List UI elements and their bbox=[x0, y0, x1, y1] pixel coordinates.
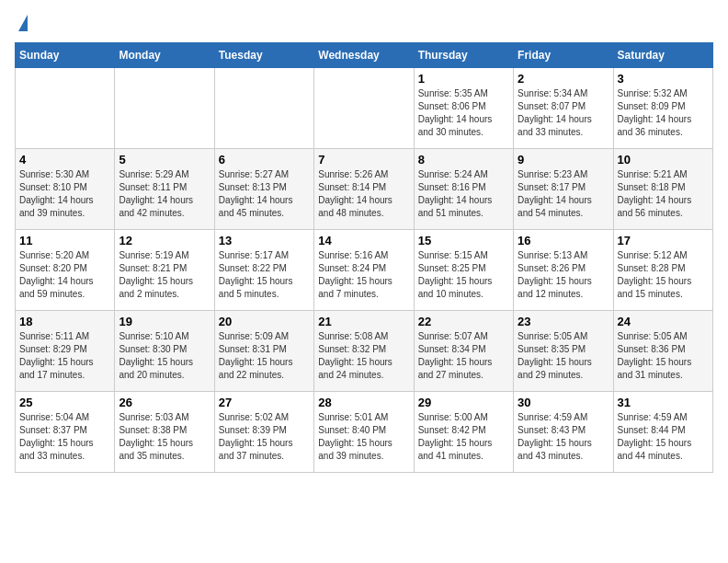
day-info: Sunrise: 5:02 AM Sunset: 8:39 PM Dayligh… bbox=[219, 411, 310, 463]
calendar-cell: 15Sunrise: 5:15 AM Sunset: 8:25 PM Dayli… bbox=[414, 230, 513, 311]
day-info: Sunrise: 4:59 AM Sunset: 8:43 PM Dayligh… bbox=[518, 411, 609, 463]
day-info: Sunrise: 5:05 AM Sunset: 8:35 PM Dayligh… bbox=[518, 330, 609, 382]
calendar-cell bbox=[214, 68, 313, 149]
day-info: Sunrise: 5:05 AM Sunset: 8:36 PM Dayligh… bbox=[618, 330, 709, 382]
calendar-week-row: 18Sunrise: 5:11 AM Sunset: 8:29 PM Dayli… bbox=[16, 311, 713, 392]
day-number: 15 bbox=[418, 234, 509, 247]
day-number: 14 bbox=[318, 234, 409, 247]
calendar-cell: 1Sunrise: 5:35 AM Sunset: 8:06 PM Daylig… bbox=[414, 68, 513, 149]
day-number: 25 bbox=[19, 396, 110, 409]
day-number: 17 bbox=[618, 234, 709, 247]
calendar-cell: 21Sunrise: 5:08 AM Sunset: 8:32 PM Dayli… bbox=[314, 311, 414, 392]
day-info: Sunrise: 5:20 AM Sunset: 8:20 PM Dayligh… bbox=[19, 249, 110, 301]
calendar-cell: 4Sunrise: 5:30 AM Sunset: 8:10 PM Daylig… bbox=[16, 149, 115, 230]
day-info: Sunrise: 5:13 AM Sunset: 8:26 PM Dayligh… bbox=[518, 249, 609, 301]
day-number: 30 bbox=[518, 396, 609, 409]
day-info: Sunrise: 5:26 AM Sunset: 8:14 PM Dayligh… bbox=[318, 168, 409, 220]
calendar-cell: 27Sunrise: 5:02 AM Sunset: 8:39 PM Dayli… bbox=[214, 392, 313, 473]
calendar-cell bbox=[16, 68, 115, 149]
day-number: 3 bbox=[618, 72, 709, 86]
day-info: Sunrise: 5:35 AM Sunset: 8:06 PM Dayligh… bbox=[418, 87, 509, 139]
calendar-cell: 12Sunrise: 5:19 AM Sunset: 8:21 PM Dayli… bbox=[115, 230, 214, 311]
calendar-cell: 2Sunrise: 5:34 AM Sunset: 8:07 PM Daylig… bbox=[514, 68, 613, 149]
calendar-cell: 25Sunrise: 5:04 AM Sunset: 8:37 PM Dayli… bbox=[16, 392, 115, 473]
day-number: 23 bbox=[518, 315, 609, 328]
day-number: 20 bbox=[219, 315, 310, 328]
calendar-cell: 26Sunrise: 5:03 AM Sunset: 8:38 PM Dayli… bbox=[115, 392, 214, 473]
day-info: Sunrise: 5:09 AM Sunset: 8:31 PM Dayligh… bbox=[219, 330, 310, 382]
calendar-cell: 17Sunrise: 5:12 AM Sunset: 8:28 PM Dayli… bbox=[613, 230, 712, 311]
calendar-cell: 30Sunrise: 4:59 AM Sunset: 8:43 PM Dayli… bbox=[514, 392, 613, 473]
day-number: 21 bbox=[318, 315, 409, 328]
day-number: 22 bbox=[418, 315, 509, 328]
calendar-cell: 10Sunrise: 5:21 AM Sunset: 8:18 PM Dayli… bbox=[613, 149, 712, 230]
calendar-table: SundayMondayTuesdayWednesdayThursdayFrid… bbox=[15, 42, 713, 473]
day-number: 12 bbox=[119, 234, 210, 247]
day-number: 11 bbox=[19, 234, 110, 247]
day-number: 10 bbox=[618, 153, 709, 167]
day-number: 28 bbox=[318, 396, 409, 409]
calendar-cell: 6Sunrise: 5:27 AM Sunset: 8:13 PM Daylig… bbox=[214, 149, 313, 230]
calendar-cell: 9Sunrise: 5:23 AM Sunset: 8:17 PM Daylig… bbox=[514, 149, 613, 230]
day-info: Sunrise: 5:32 AM Sunset: 8:09 PM Dayligh… bbox=[618, 87, 709, 139]
header-day: Wednesday bbox=[314, 43, 414, 68]
calendar-week-row: 4Sunrise: 5:30 AM Sunset: 8:10 PM Daylig… bbox=[16, 149, 713, 230]
header-day: Monday bbox=[115, 43, 214, 68]
calendar-cell: 20Sunrise: 5:09 AM Sunset: 8:31 PM Dayli… bbox=[214, 311, 313, 392]
calendar-cell: 14Sunrise: 5:16 AM Sunset: 8:24 PM Dayli… bbox=[314, 230, 414, 311]
header-day: Saturday bbox=[613, 43, 712, 68]
day-info: Sunrise: 5:00 AM Sunset: 8:42 PM Dayligh… bbox=[418, 411, 509, 463]
day-info: Sunrise: 5:17 AM Sunset: 8:22 PM Dayligh… bbox=[219, 249, 310, 301]
day-info: Sunrise: 5:01 AM Sunset: 8:40 PM Dayligh… bbox=[318, 411, 409, 463]
day-number: 18 bbox=[19, 315, 110, 328]
day-number: 4 bbox=[19, 153, 110, 167]
calendar-cell: 31Sunrise: 4:59 AM Sunset: 8:44 PM Dayli… bbox=[613, 392, 712, 473]
header-day: Friday bbox=[514, 43, 613, 68]
header-day: Thursday bbox=[414, 43, 513, 68]
day-info: Sunrise: 5:24 AM Sunset: 8:16 PM Dayligh… bbox=[418, 168, 509, 220]
calendar-cell: 28Sunrise: 5:01 AM Sunset: 8:40 PM Dayli… bbox=[314, 392, 414, 473]
day-number: 13 bbox=[219, 234, 310, 247]
day-number: 26 bbox=[119, 396, 210, 409]
calendar-week-row: 11Sunrise: 5:20 AM Sunset: 8:20 PM Dayli… bbox=[16, 230, 713, 311]
day-number: 31 bbox=[618, 396, 709, 409]
calendar-cell: 19Sunrise: 5:10 AM Sunset: 8:30 PM Dayli… bbox=[115, 311, 214, 392]
calendar-cell: 7Sunrise: 5:26 AM Sunset: 8:14 PM Daylig… bbox=[314, 149, 414, 230]
day-info: Sunrise: 5:23 AM Sunset: 8:17 PM Dayligh… bbox=[518, 168, 609, 220]
day-number: 19 bbox=[119, 315, 210, 328]
day-info: Sunrise: 5:15 AM Sunset: 8:25 PM Dayligh… bbox=[418, 249, 509, 301]
day-number: 5 bbox=[119, 153, 210, 167]
calendar-cell: 24Sunrise: 5:05 AM Sunset: 8:36 PM Dayli… bbox=[613, 311, 712, 392]
header-day: Tuesday bbox=[214, 43, 313, 68]
day-number: 24 bbox=[618, 315, 709, 328]
logo-triangle-icon bbox=[18, 15, 28, 31]
day-info: Sunrise: 5:27 AM Sunset: 8:13 PM Dayligh… bbox=[219, 168, 310, 220]
calendar-body: 1Sunrise: 5:35 AM Sunset: 8:06 PM Daylig… bbox=[16, 68, 713, 473]
calendar-cell: 3Sunrise: 5:32 AM Sunset: 8:09 PM Daylig… bbox=[613, 68, 712, 149]
day-info: Sunrise: 5:16 AM Sunset: 8:24 PM Dayligh… bbox=[318, 249, 409, 301]
day-info: Sunrise: 5:19 AM Sunset: 8:21 PM Dayligh… bbox=[119, 249, 210, 301]
calendar-cell: 22Sunrise: 5:07 AM Sunset: 8:34 PM Dayli… bbox=[414, 311, 513, 392]
day-info: Sunrise: 5:34 AM Sunset: 8:07 PM Dayligh… bbox=[518, 87, 609, 139]
day-number: 8 bbox=[418, 153, 509, 167]
day-info: Sunrise: 4:59 AM Sunset: 8:44 PM Dayligh… bbox=[618, 411, 709, 463]
calendar-cell: 18Sunrise: 5:11 AM Sunset: 8:29 PM Dayli… bbox=[16, 311, 115, 392]
calendar-week-row: 25Sunrise: 5:04 AM Sunset: 8:37 PM Dayli… bbox=[16, 392, 713, 473]
day-info: Sunrise: 5:10 AM Sunset: 8:30 PM Dayligh… bbox=[119, 330, 210, 382]
page-header bbox=[15, 15, 713, 33]
calendar-cell: 23Sunrise: 5:05 AM Sunset: 8:35 PM Dayli… bbox=[514, 311, 613, 392]
day-info: Sunrise: 5:08 AM Sunset: 8:32 PM Dayligh… bbox=[318, 330, 409, 382]
calendar-cell: 13Sunrise: 5:17 AM Sunset: 8:22 PM Dayli… bbox=[214, 230, 313, 311]
day-number: 1 bbox=[418, 72, 509, 86]
day-number: 29 bbox=[418, 396, 509, 409]
day-info: Sunrise: 5:12 AM Sunset: 8:28 PM Dayligh… bbox=[618, 249, 709, 301]
header-row: SundayMondayTuesdayWednesdayThursdayFrid… bbox=[16, 43, 713, 68]
calendar-cell: 29Sunrise: 5:00 AM Sunset: 8:42 PM Dayli… bbox=[414, 392, 513, 473]
day-number: 16 bbox=[518, 234, 609, 247]
day-info: Sunrise: 5:03 AM Sunset: 8:38 PM Dayligh… bbox=[119, 411, 210, 463]
day-number: 6 bbox=[219, 153, 310, 167]
calendar-cell: 16Sunrise: 5:13 AM Sunset: 8:26 PM Dayli… bbox=[514, 230, 613, 311]
calendar-week-row: 1Sunrise: 5:35 AM Sunset: 8:06 PM Daylig… bbox=[16, 68, 713, 149]
calendar-header: SundayMondayTuesdayWednesdayThursdayFrid… bbox=[16, 43, 713, 68]
calendar-cell: 8Sunrise: 5:24 AM Sunset: 8:16 PM Daylig… bbox=[414, 149, 513, 230]
